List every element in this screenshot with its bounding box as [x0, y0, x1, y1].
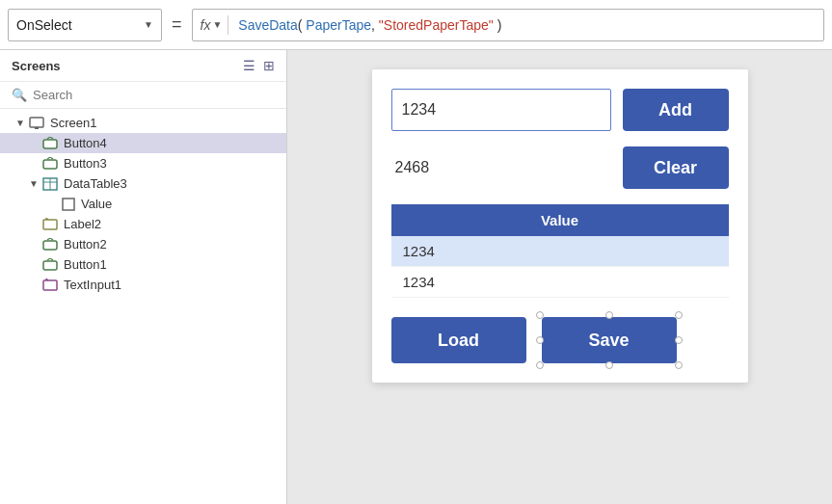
expand-arrow-icon: ▼: [15, 118, 25, 128]
svg-rect-7: [63, 199, 74, 210]
handle-bottom-left[interactable]: [536, 361, 544, 369]
fx-icon: fx ▼: [201, 17, 223, 33]
sidebar-label-label2: Label2: [64, 217, 101, 231]
datatable-icon: [42, 177, 58, 191]
tree-container: ▼ Screen1 ▶ Button4 ▶ Button3: [0, 109, 286, 504]
sidebar-item-label2[interactable]: ▶ Label2: [0, 214, 286, 234]
list-view-icon[interactable]: ☰: [243, 58, 255, 73]
clear-button[interactable]: Clear: [623, 146, 729, 189]
sidebar-label-datatable3: DataTable3: [64, 176, 127, 191]
grid-view-icon[interactable]: ⊞: [263, 58, 275, 73]
app-canvas: Add 2468 Clear Value 1234: [372, 69, 748, 383]
top-bar: OnSelect ▼ = fx ▼ SaveData( PaperTape, "…: [0, 0, 832, 50]
sidebar-view-icons: ☰ ⊞: [243, 58, 275, 73]
table-row: 1234: [391, 267, 729, 298]
sidebar-item-value[interactable]: ▶ Value: [0, 194, 286, 214]
clear-row: 2468 Clear: [391, 146, 729, 189]
sidebar-item-button1[interactable]: ▶ Button1: [0, 254, 286, 275]
sidebar-item-button3[interactable]: ▶ Button3: [0, 153, 286, 173]
expand-arrow-icon: ▼: [29, 178, 39, 189]
svg-rect-3: [43, 160, 57, 169]
sidebar-item-datatable3[interactable]: ▼ DataTable3: [0, 173, 286, 194]
svg-rect-2: [43, 140, 57, 148]
table-header: Value: [391, 204, 729, 236]
button-icon: [42, 258, 58, 272]
main-area: Screens ☰ ⊞ 🔍 ▼ Screen1 ▶: [0, 50, 832, 504]
svg-rect-0: [30, 118, 43, 127]
button-icon: [42, 157, 58, 171]
button-icon: [42, 238, 58, 252]
sidebar: Screens ☰ ⊞ 🔍 ▼ Screen1 ▶: [0, 50, 287, 504]
add-button[interactable]: Add: [623, 89, 729, 131]
formula-bar[interactable]: fx ▼ SaveData( PaperTape, "StoredPaperTa…: [192, 9, 824, 41]
save-button[interactable]: Save: [542, 317, 677, 363]
sidebar-label-button3: Button3: [64, 156, 107, 171]
formula-content: SaveData( PaperTape, "StoredPaperTape" ): [238, 17, 501, 33]
save-button-wrapper: Save: [542, 317, 677, 363]
sidebar-label-textinput1: TextInput1: [64, 278, 121, 292]
search-input[interactable]: [33, 88, 275, 102]
svg-rect-1: [35, 127, 39, 129]
sidebar-item-screen1[interactable]: ▼ Screen1: [0, 113, 286, 133]
bottom-row: Load Save: [391, 317, 729, 363]
label-icon: [42, 218, 58, 231]
display-value: 2468: [391, 159, 611, 176]
svg-rect-8: [43, 220, 57, 229]
event-label: OnSelect: [16, 17, 140, 33]
sidebar-label-screen1: Screen1: [50, 116, 96, 130]
screen-icon: [29, 117, 44, 130]
sidebar-label-button4: Button4: [64, 136, 107, 150]
text-input-field[interactable]: [391, 89, 611, 131]
svg-rect-9: [43, 241, 57, 250]
button-icon: [42, 137, 58, 150]
svg-rect-10: [43, 261, 57, 270]
event-dropdown[interactable]: OnSelect ▼: [8, 9, 162, 41]
sidebar-item-textinput1[interactable]: ▶ TextInput1: [0, 275, 286, 295]
equals-icon: =: [172, 14, 182, 35]
svg-rect-11: [43, 280, 57, 290]
sidebar-label-value: Value: [81, 197, 112, 211]
table-cell: 1234: [391, 267, 729, 298]
formula-divider: [228, 15, 228, 35]
sidebar-header: Screens ☰ ⊞: [0, 50, 286, 82]
canvas-area: Add 2468 Clear Value 1234: [287, 50, 832, 504]
search-icon: 🔍: [12, 88, 27, 102]
load-button[interactable]: Load: [391, 317, 526, 363]
handle-bottom-right[interactable]: [675, 361, 683, 369]
data-table: Value 1234 1234: [391, 204, 729, 298]
search-bar: 🔍: [0, 82, 286, 109]
table-cell: 1234: [391, 236, 729, 267]
sidebar-title: Screens: [12, 59, 61, 73]
add-row: Add: [391, 89, 729, 131]
sidebar-label-button1: Button1: [64, 257, 107, 272]
table-row: 1234: [391, 236, 729, 267]
textinput-icon: [42, 279, 58, 292]
sidebar-item-button2[interactable]: ▶ Button2: [0, 234, 286, 254]
checkbox-icon: [62, 198, 75, 211]
sidebar-label-button2: Button2: [64, 237, 107, 252]
dropdown-arrow-icon: ▼: [144, 19, 153, 30]
sidebar-item-button4[interactable]: ▶ Button4: [0, 133, 286, 153]
